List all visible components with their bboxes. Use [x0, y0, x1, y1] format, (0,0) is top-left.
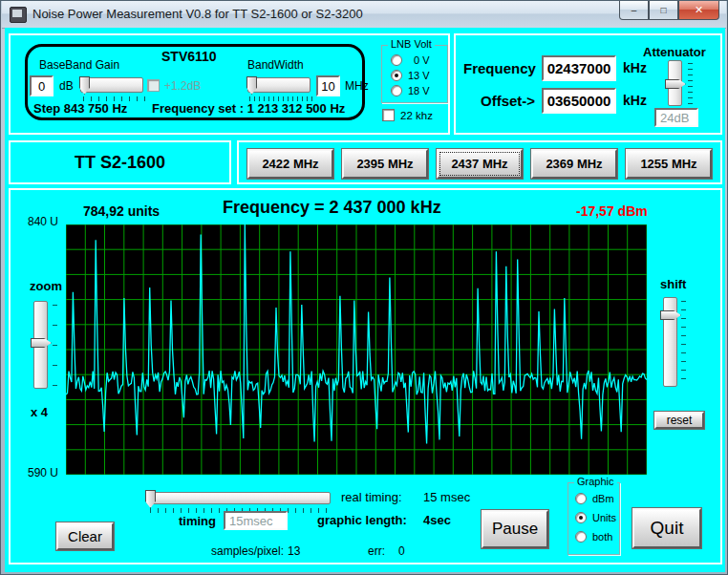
graphic-option-units[interactable]: Units	[575, 512, 616, 523]
minimize-icon: –	[632, 5, 637, 15]
radio-icon[interactable]	[391, 54, 402, 66]
maximize-button[interactable]: □	[649, 1, 678, 20]
lnb-option-13v[interactable]: 13 V	[391, 70, 430, 81]
window: Noise Power Measurement V0.8 for TT S2-1…	[0, 0, 728, 575]
bandwidth-slider[interactable]	[247, 77, 310, 93]
baseband-gain-slider[interactable]	[80, 77, 143, 93]
preset-2369mhz-button[interactable]: 2369 MHz	[531, 149, 617, 179]
close-button[interactable]: ✕	[678, 1, 719, 20]
title-bar[interactable]: Noise Power Measurement V0.8 for TT S2-1…	[2, 1, 726, 29]
bandwidth-value: 10	[321, 79, 334, 94]
timing-label: timing	[179, 515, 216, 528]
close-icon: ✕	[695, 4, 703, 16]
radio-icon[interactable]	[575, 531, 587, 543]
preset-2395mhz-button[interactable]: 2395 MHz	[342, 149, 428, 179]
err-value: 0	[398, 545, 405, 558]
samples-per-pixel-label: samples/pixel:	[211, 545, 284, 558]
radio-icon[interactable]	[391, 85, 402, 96]
graph-panel: 784,92 units Frequency = 2 437 000 kHz -…	[9, 188, 722, 564]
lnb-option-18v[interactable]: 18 V	[391, 85, 430, 96]
real-timing-value: 15 msec	[423, 491, 470, 504]
pause-button[interactable]: Pause	[482, 510, 548, 548]
bandwidth-label: BandWidth	[247, 59, 304, 72]
graphic-length-value: 4sec	[423, 514, 451, 527]
device-panel: TT S2-1600	[9, 140, 231, 184]
baseband-unit-label: dB	[59, 80, 74, 93]
graphic-option-dbm[interactable]: dBm	[575, 493, 614, 504]
shift-ticks	[681, 301, 686, 387]
timing-value: 15msec	[229, 514, 273, 528]
app-icon-screen	[12, 10, 22, 17]
window-title: Noise Power Measurement V0.8 for TT S2-1…	[32, 7, 363, 21]
lnb-option-13v-label: 13 V	[408, 70, 430, 81]
radio-icon[interactable]	[391, 70, 402, 81]
app-icon	[10, 7, 27, 23]
attenuator-field[interactable]: 24dB	[654, 108, 698, 127]
frequency-value: 02437000	[547, 60, 611, 76]
attenuator-slider-thumb[interactable]	[665, 79, 686, 89]
zoom-slider[interactable]	[33, 301, 48, 389]
tuner-panel: BaseBand Gain STV6110 BandWidth 0 dB +1.…	[9, 33, 450, 135]
preset-1255mhz-button[interactable]: 1255 MHz	[626, 149, 712, 179]
graphic-length-label: graphic length:	[317, 514, 407, 527]
minimize-button[interactable]: –	[619, 1, 649, 20]
baseband-boost-checkbox[interactable]	[147, 79, 160, 92]
preset-2437mhz-button[interactable]: 2437 MHz	[437, 149, 523, 179]
graph-title: Frequency = 2 437 000 kHz	[223, 199, 441, 218]
graphic-option-both[interactable]: both	[575, 531, 612, 543]
clear-button[interactable]: Clear	[56, 522, 114, 550]
attenuator-slider[interactable]	[668, 60, 682, 106]
window-controls: – □ ✕	[619, 1, 719, 20]
graphic-mode-label: Graphic	[574, 476, 617, 487]
offset-unit-label: kHz	[623, 94, 647, 108]
timing-slider[interactable]	[146, 492, 331, 504]
tone-22khz-label: 22 khz	[400, 110, 433, 122]
baseband-gain-label: BaseBand Gain	[39, 59, 119, 72]
graphic-option-dbm-label: dBm	[592, 493, 614, 504]
preset-2422mhz-button[interactable]: 2422 MHz	[247, 149, 333, 179]
shift-slider[interactable]	[663, 297, 677, 387]
real-timing-label: real timing:	[341, 491, 402, 504]
radio-icon[interactable]	[575, 512, 587, 523]
baseband-boost-label: +1.2dB	[164, 80, 201, 93]
frequency-unit-label: kHz	[623, 61, 647, 75]
y-axis-top-label: 840 U	[28, 216, 58, 228]
frequency-set-label: Frequency set : 1 213 312 500 Hz	[152, 102, 345, 116]
zoom-slider-thumb[interactable]	[31, 338, 52, 348]
offset-field[interactable]: 03650000	[542, 88, 616, 114]
step-label: Step 843 750 Hz	[33, 102, 127, 116]
lnb-option-0v-label: 0 V	[414, 54, 430, 66]
bandwidth-unit-label: MHz	[345, 80, 369, 93]
timing-input[interactable]: 15msec	[224, 511, 288, 530]
baseband-gain-value: 0	[38, 79, 45, 94]
maximize-icon: □	[660, 5, 666, 15]
samples-per-pixel-value: 13	[288, 545, 300, 558]
lnb-option-18v-label: 18 V	[408, 85, 430, 96]
quit-button[interactable]: Quit	[632, 508, 701, 548]
reset-button[interactable]: reset	[654, 412, 704, 429]
bandwidth-slider-thumb[interactable]	[246, 76, 257, 95]
offset-label: Offset->	[481, 94, 535, 110]
client-area: BaseBand Gain STV6110 BandWidth 0 dB +1.…	[5, 28, 725, 572]
graphic-option-both-label: both	[592, 531, 612, 543]
baseband-gain-slider-thumb[interactable]	[79, 76, 90, 95]
shift-slider-thumb[interactable]	[660, 310, 681, 320]
presets-panel: 2422 MHz 2395 MHz 2437 MHz 2369 MHz 1255…	[237, 140, 722, 184]
err-label: err:	[368, 545, 385, 558]
noise-plot	[66, 224, 647, 475]
frequency-panel: Frequency 02437000 kHz Offset-> 03650000…	[454, 33, 722, 135]
device-label: TT S2-1600	[75, 153, 165, 173]
baseband-gain-field[interactable]: 0	[30, 75, 54, 96]
lnb-volt-label: LNB Volt	[388, 38, 435, 50]
lnb-option-0v[interactable]: 0 V	[391, 54, 430, 66]
graphic-option-units-label: Units	[592, 512, 616, 523]
units-readout: 784,92 units	[83, 204, 160, 219]
tone-22khz-checkbox[interactable]	[382, 109, 395, 121]
offset-value: 03650000	[547, 93, 611, 109]
frequency-field[interactable]: 02437000	[542, 55, 616, 81]
attenuator-label: Attenuator	[643, 46, 706, 59]
timing-slider-thumb[interactable]	[145, 490, 156, 508]
radio-icon[interactable]	[575, 493, 587, 504]
zoom-factor-label: x 4	[31, 406, 48, 419]
bandwidth-field[interactable]: 10	[316, 75, 340, 96]
